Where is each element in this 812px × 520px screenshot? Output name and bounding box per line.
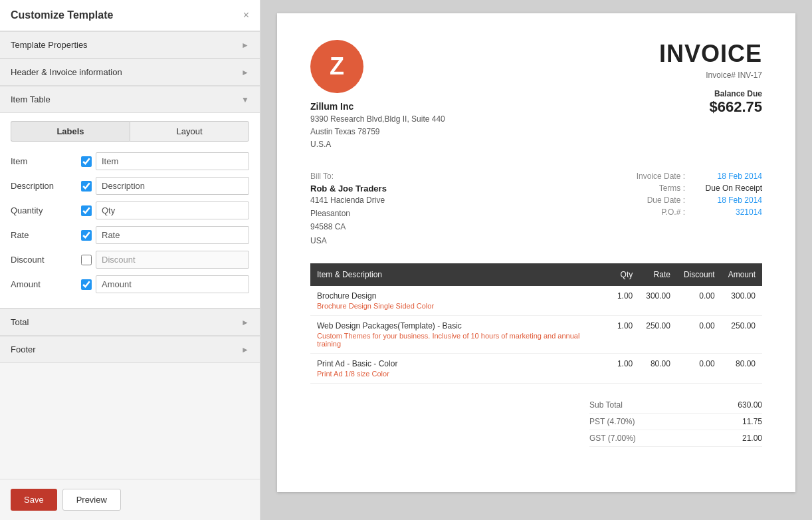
table-row: Print Ad - Basic - Color Print Ad 1/8 si… xyxy=(310,354,762,384)
checkbox-item[interactable] xyxy=(77,156,96,167)
item-desc: Print Ad 1/8 size Color xyxy=(317,370,604,378)
field-label-item: Item xyxy=(11,156,77,166)
cell-rate-3: 80.00 xyxy=(639,354,677,384)
left-panel: Customize Template × Template Properties… xyxy=(0,0,260,520)
field-row-amount: Amount xyxy=(11,275,249,293)
subtotal-value: 630.00 xyxy=(738,400,762,410)
panel-title: Customize Template xyxy=(11,9,113,21)
totals-row-pst: PST (4.70%) 11.75 xyxy=(589,414,762,430)
footer-label: Footer xyxy=(11,344,36,354)
invoice-paper: Z Zillum Inc 9390 Research Blvd,Bldg II,… xyxy=(277,13,795,492)
cell-item-1: Brochure Design Brochure Design Single S… xyxy=(310,286,611,316)
field-row-item: Item xyxy=(11,152,249,170)
col-header-discount: Discount xyxy=(677,263,722,286)
balance-label: Balance Due xyxy=(659,89,762,98)
item-name: Print Ad - Basic - Color xyxy=(317,359,604,368)
chevron-right-icon: ► xyxy=(241,345,249,354)
col-header-rate: Rate xyxy=(639,263,677,286)
cell-discount-3: 0.00 xyxy=(677,354,722,384)
checkbox-rate[interactable] xyxy=(77,230,96,241)
totals-row-gst: GST (7.00%) 21.00 xyxy=(589,430,762,447)
gst-label: GST (7.00%) xyxy=(589,434,636,443)
pst-value: 11.75 xyxy=(742,417,762,426)
invoice-table: Item & Description Qty Rate Discount Amo… xyxy=(310,263,762,384)
field-row-discount: Discount xyxy=(11,251,249,269)
tab-group: Labels Layout xyxy=(11,121,249,142)
detail-invoice-date: Invoice Date : 18 Feb 2014 xyxy=(625,172,762,181)
company-address-line3: U.S.A xyxy=(310,140,331,149)
company-name: Zillum Inc xyxy=(310,101,445,112)
field-label-amount: Amount xyxy=(11,279,77,289)
bill-address-1: 4141 Hacienda Drive xyxy=(310,195,385,205)
template-properties-label: Template Properties xyxy=(11,40,88,50)
cell-amount-3: 80.00 xyxy=(722,354,762,384)
close-icon[interactable]: × xyxy=(243,9,249,21)
company-address: 9390 Research Blvd,Bldg II, Suite 440 Au… xyxy=(310,113,445,152)
company-address-line2: Austin Texas 78759 xyxy=(310,127,380,136)
input-amount[interactable] xyxy=(96,275,249,293)
panel-header: Customize Template × xyxy=(0,0,260,31)
section-total[interactable]: Total ► xyxy=(0,309,260,336)
cell-item-3: Print Ad - Basic - Color Print Ad 1/8 si… xyxy=(310,354,611,384)
section-template-properties[interactable]: Template Properties ► xyxy=(0,31,260,59)
cell-qty-1: 1.00 xyxy=(611,286,639,316)
cell-discount-2: 0.00 xyxy=(677,316,722,354)
field-label-quantity: Quantity xyxy=(11,205,77,215)
input-description[interactable] xyxy=(96,177,249,195)
item-name: Brochure Design xyxy=(317,291,604,301)
invoice-title-block: INVOICE Invoice# INV-17 Balance Due $662… xyxy=(659,40,762,116)
tab-labels[interactable]: Labels xyxy=(11,121,130,142)
checkbox-discount[interactable] xyxy=(77,255,96,265)
company-logo: Z xyxy=(310,40,363,93)
chevron-right-icon: ► xyxy=(241,41,249,50)
cell-amount-2: 250.00 xyxy=(722,316,762,354)
checkbox-description[interactable] xyxy=(77,181,96,192)
input-rate[interactable] xyxy=(96,226,249,244)
cell-amount-1: 300.00 xyxy=(722,286,762,316)
item-table-label: Item Table xyxy=(11,94,51,104)
section-item-table-header[interactable]: Item Table ▼ xyxy=(0,86,260,113)
col-header-amount: Amount xyxy=(722,263,762,286)
totals-section: Sub Total 630.00 PST (4.70%) 11.75 GST (… xyxy=(310,397,762,447)
input-discount[interactable] xyxy=(96,251,249,269)
invoice-number: Invoice# INV-17 xyxy=(659,70,762,80)
table-row: Web Design Packages(Template) - Basic Cu… xyxy=(310,316,762,354)
checkbox-amount[interactable] xyxy=(77,279,96,290)
table-row: Brochure Design Brochure Design Single S… xyxy=(310,286,762,316)
section-footer[interactable]: Footer ► xyxy=(0,336,260,363)
cell-qty-2: 1.00 xyxy=(611,316,639,354)
item-table-content: Labels Layout Item Description Quantity xyxy=(0,113,260,309)
item-name: Web Design Packages(Template) - Basic xyxy=(317,321,604,330)
pst-label: PST (4.70%) xyxy=(589,417,635,426)
item-desc: Custom Themes for your business. Inclusi… xyxy=(317,332,604,348)
section-header-invoice[interactable]: Header & Invoice information ► xyxy=(0,59,260,86)
cell-qty-3: 1.00 xyxy=(611,354,639,384)
item-desc: Brochure Design Single Sided Color xyxy=(317,302,604,310)
checkbox-quantity[interactable] xyxy=(77,205,96,216)
totals-row-subtotal: Sub Total 630.00 xyxy=(589,397,762,414)
subtotal-label: Sub Total xyxy=(589,400,623,410)
save-button[interactable]: Save xyxy=(11,489,57,511)
preview-button[interactable]: Preview xyxy=(62,489,121,511)
total-label: Total xyxy=(11,317,29,327)
input-quantity[interactable] xyxy=(96,201,249,219)
header-invoice-label: Header & Invoice information xyxy=(11,67,122,77)
gst-value: 21.00 xyxy=(742,434,762,443)
detail-terms: Terms : Due On Receipt xyxy=(625,184,762,193)
col-header-qty: Qty xyxy=(611,263,639,286)
field-label-rate: Rate xyxy=(11,230,77,240)
tab-layout[interactable]: Layout xyxy=(130,121,249,142)
bill-address-3: 94588 CA xyxy=(310,222,346,231)
invoice-top: Z Zillum Inc 9390 Research Blvd,Bldg II,… xyxy=(310,40,762,152)
totals-table: Sub Total 630.00 PST (4.70%) 11.75 GST (… xyxy=(589,397,762,447)
invoice-title: INVOICE xyxy=(659,40,762,68)
col-header-item: Item & Description xyxy=(310,263,611,286)
company-address-line1: 9390 Research Blvd,Bldg II, Suite 440 xyxy=(310,114,445,124)
right-panel: Z Zillum Inc 9390 Research Blvd,Bldg II,… xyxy=(260,0,812,520)
company-block: Z Zillum Inc 9390 Research Blvd,Bldg II,… xyxy=(310,40,445,152)
cell-item-2: Web Design Packages(Template) - Basic Cu… xyxy=(310,316,611,354)
bottom-buttons: Save Preview xyxy=(0,479,260,520)
bill-address-4: USA xyxy=(310,236,327,245)
chevron-right-icon: ► xyxy=(241,318,249,327)
input-item[interactable] xyxy=(96,152,249,170)
